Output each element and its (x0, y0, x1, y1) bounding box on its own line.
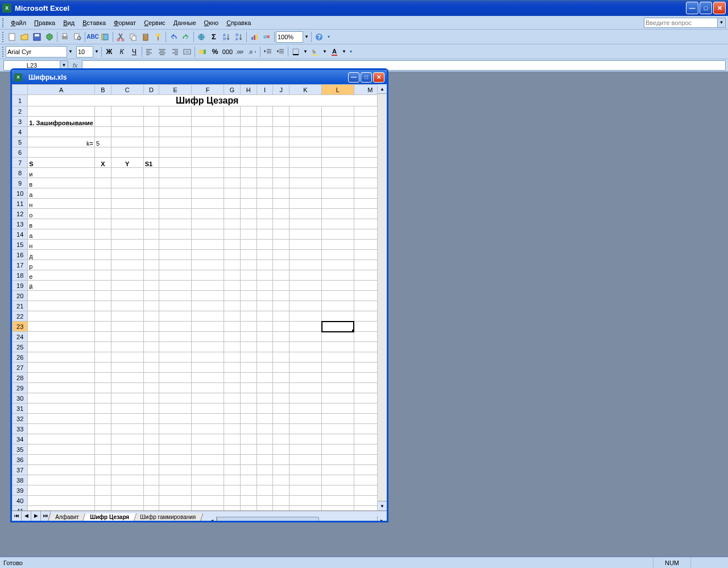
cell-I2[interactable] (257, 106, 273, 117)
cell-J13[interactable] (273, 219, 289, 229)
cell-I31[interactable] (257, 404, 273, 414)
cell-K25[interactable] (289, 342, 322, 352)
scroll-right-button[interactable]: ▶ (377, 516, 387, 521)
cell-A2[interactable] (28, 106, 95, 117)
cell-L3[interactable] (322, 117, 354, 127)
column-header-B[interactable]: B (94, 85, 111, 95)
select-all-corner[interactable] (13, 85, 28, 95)
cell-I4[interactable] (257, 127, 273, 137)
cell-L16[interactable] (322, 250, 354, 260)
cell-title[interactable]: Шифр Цезаря (28, 95, 387, 106)
cell-E8[interactable] (159, 168, 192, 178)
cell-G12[interactable] (224, 209, 240, 219)
cell-H15[interactable] (240, 240, 257, 250)
increase-decimal-button[interactable]: ,00 (234, 46, 246, 58)
cell-K21[interactable] (289, 301, 322, 311)
cell-A8[interactable]: и (28, 168, 95, 178)
cell-I10[interactable] (257, 188, 273, 199)
cell-J7[interactable] (273, 158, 289, 168)
cell-D21[interactable] (143, 301, 159, 311)
cell-B36[interactable] (94, 455, 111, 465)
cell-C9[interactable] (111, 178, 143, 188)
cell-B25[interactable] (94, 342, 111, 352)
percent-button[interactable]: % (209, 46, 221, 58)
cell-B14[interactable] (94, 229, 111, 240)
cell-F11[interactable] (192, 199, 224, 209)
zoom-dropdown[interactable]: ▼ (303, 34, 310, 39)
cell-H4[interactable] (240, 127, 257, 137)
cell-A19[interactable]: й (28, 281, 95, 291)
font-color-button[interactable]: A (328, 46, 341, 58)
cell-F38[interactable] (192, 475, 224, 485)
spreadsheet-grid[interactable]: ABCDEFGHIJKLM1Шифр Цезаря231. Зашифровыв… (12, 84, 387, 511)
cell-C3[interactable] (111, 117, 143, 127)
toolbar-grip[interactable] (2, 32, 5, 42)
fill-color-dropdown[interactable]: ▼ (321, 49, 328, 54)
cell-J23[interactable] (273, 322, 289, 332)
cell-D9[interactable] (143, 178, 159, 188)
cell-B9[interactable] (94, 178, 111, 188)
cell-E30[interactable] (159, 393, 192, 404)
cell-E27[interactable] (159, 363, 192, 373)
cell-E18[interactable] (159, 270, 192, 281)
cell-G27[interactable] (224, 363, 240, 373)
cell-C18[interactable] (111, 270, 143, 281)
cell-J26[interactable] (273, 352, 289, 363)
cell-B7[interactable]: X (94, 158, 111, 168)
cell-L10[interactable] (322, 188, 354, 199)
permissions-button[interactable] (43, 31, 56, 43)
cell-B3[interactable] (94, 117, 111, 127)
cell-L20[interactable] (322, 291, 354, 301)
cell-C41[interactable] (111, 506, 143, 511)
cell-L17[interactable] (322, 260, 354, 270)
cell-J12[interactable] (273, 209, 289, 219)
cell-A14[interactable]: а (28, 229, 95, 240)
cell-E13[interactable] (159, 219, 192, 229)
print-button[interactable] (59, 31, 71, 43)
cell-C39[interactable] (111, 485, 143, 496)
row-header-13[interactable]: 13 (13, 219, 28, 229)
cell-L36[interactable] (322, 455, 354, 465)
copy-button[interactable] (127, 31, 139, 43)
cell-B12[interactable] (94, 209, 111, 219)
cell-H8[interactable] (240, 168, 257, 178)
comma-button[interactable]: 000 (221, 46, 234, 58)
menu-сервис[interactable]: Сервис (140, 18, 169, 27)
cell-F17[interactable] (192, 260, 224, 270)
row-header-3[interactable]: 3 (13, 117, 28, 127)
cell-D24[interactable] (143, 332, 159, 342)
cell-I36[interactable] (257, 455, 273, 465)
cell-E16[interactable] (159, 250, 192, 260)
cell-H29[interactable] (240, 383, 257, 393)
cell-K13[interactable] (289, 219, 322, 229)
cell-C35[interactable] (111, 444, 143, 455)
cell-H17[interactable] (240, 260, 257, 270)
increase-indent-button[interactable] (274, 46, 287, 58)
cell-A20[interactable] (28, 291, 95, 301)
cell-B4[interactable] (94, 127, 111, 137)
cell-L22[interactable] (322, 311, 354, 322)
cell-J36[interactable] (273, 455, 289, 465)
cell-A17[interactable]: р (28, 260, 95, 270)
close-button[interactable]: ✕ (713, 2, 726, 14)
menu-вид[interactable]: Вид (59, 18, 78, 27)
cell-K7[interactable] (289, 158, 322, 168)
cell-J5[interactable] (273, 137, 289, 147)
cell-E38[interactable] (159, 475, 192, 485)
cell-C25[interactable] (111, 342, 143, 352)
cell-C16[interactable] (111, 250, 143, 260)
cell-G37[interactable] (224, 465, 240, 475)
cell-H26[interactable] (240, 352, 257, 363)
cell-F5[interactable] (192, 137, 224, 147)
row-header-32[interactable]: 32 (13, 414, 28, 424)
cell-G11[interactable] (224, 199, 240, 209)
cell-A11[interactable]: н (28, 199, 95, 209)
cell-C29[interactable] (111, 383, 143, 393)
cell-H24[interactable] (240, 332, 257, 342)
cell-J16[interactable] (273, 250, 289, 260)
cell-E29[interactable] (159, 383, 192, 393)
font-color-dropdown[interactable]: ▼ (341, 49, 348, 54)
cell-B16[interactable] (94, 250, 111, 260)
cell-K26[interactable] (289, 352, 322, 363)
cell-D2[interactable] (143, 106, 159, 117)
